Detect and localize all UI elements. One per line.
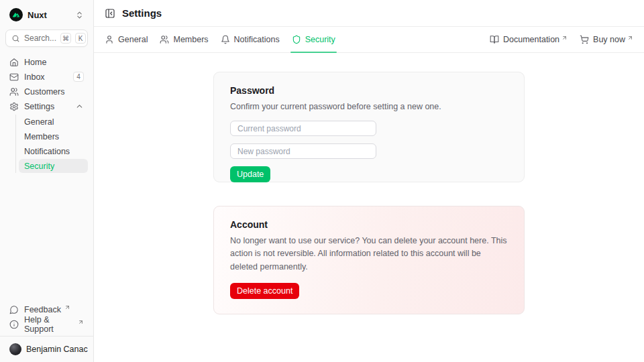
update-password-button[interactable]: Update <box>230 166 270 182</box>
message-bubble-icon <box>9 305 19 314</box>
shield-icon <box>292 35 301 44</box>
tab-security[interactable]: Security <box>292 27 335 52</box>
account-card: Account No longer want to use our servic… <box>213 206 525 314</box>
user-icon <box>105 35 114 44</box>
home-icon <box>9 58 19 67</box>
users-icon <box>9 87 19 97</box>
tab-notifications[interactable]: Notifications <box>221 27 280 52</box>
tabs-row: General Members Notifications Security <box>94 27 644 53</box>
main-panel: Settings General Members Notifications <box>94 0 644 362</box>
user-row: Benjamin Canac <box>0 336 93 362</box>
page-title: Settings <box>122 7 162 19</box>
workspace-switcher[interactable]: Nuxt <box>5 6 88 23</box>
sidebar-item-home[interactable]: Home <box>5 55 88 69</box>
page-header: Settings <box>94 0 644 27</box>
tab-general[interactable]: General <box>105 27 148 52</box>
workspace-name: Nuxt <box>28 10 70 20</box>
help-support-link[interactable]: Help & Support <box>5 317 88 331</box>
search-icon <box>11 34 20 43</box>
sidebar-item-notifications[interactable]: Notifications <box>19 144 88 158</box>
external-link-icon <box>561 35 568 41</box>
collapse-sidebar-icon[interactable] <box>105 8 115 19</box>
documentation-link[interactable]: Documentation <box>490 35 568 44</box>
sidebar-item-security[interactable]: Security <box>19 159 88 173</box>
password-card-title: Password <box>230 85 508 96</box>
user-name: Benjamin Canac <box>26 345 88 354</box>
sidebar: Nuxt Search... ⌘ K Home Inbox 4 <box>0 0 94 362</box>
content-area: Password Confirm your current password b… <box>94 53 644 362</box>
sidebar-item-general[interactable]: General <box>19 115 88 129</box>
password-card-description: Confirm your current password before set… <box>230 101 508 113</box>
delete-account-button[interactable]: Delete account <box>230 283 299 299</box>
kbd-meta: ⌘ <box>60 33 71 44</box>
tabs: General Members Notifications Security <box>105 27 335 52</box>
chevrons-up-down-icon <box>75 11 84 19</box>
new-password-field[interactable] <box>230 143 376 159</box>
account-card-description: No longer want to use our service? You c… <box>230 235 508 274</box>
avatar <box>9 343 21 355</box>
current-password-field[interactable] <box>230 121 376 136</box>
header-links: Documentation Buy now <box>490 35 633 44</box>
sidebar-item-inbox[interactable]: Inbox 4 <box>5 70 88 84</box>
inbox-count-badge: 4 <box>73 72 84 82</box>
inbox-icon <box>9 72 19 82</box>
users-icon <box>160 35 169 44</box>
sidebar-item-members[interactable]: Members <box>19 129 88 143</box>
account-card-title: Account <box>230 219 508 230</box>
external-link-icon <box>627 35 633 41</box>
shopping-cart-icon <box>580 35 589 44</box>
kbd-k: K <box>75 33 86 44</box>
tab-members[interactable]: Members <box>160 27 208 52</box>
sidebar-footer-nav: Feedback Help & Support <box>5 302 88 332</box>
external-link-icon <box>64 304 70 310</box>
external-link-icon <box>78 319 84 325</box>
search-input[interactable]: Search... ⌘ K <box>5 29 88 47</box>
chevron-up-icon <box>75 102 84 111</box>
buy-now-link[interactable]: Buy now <box>580 35 633 44</box>
password-card: Password Confirm your current password b… <box>213 72 525 182</box>
search-placeholder: Search... <box>24 34 56 43</box>
bell-icon <box>221 35 230 44</box>
book-open-icon <box>490 35 499 44</box>
sidebar-item-customers[interactable]: Customers <box>5 84 88 99</box>
sidebar-nav: Home Inbox 4 Customers Settings <box>5 55 88 302</box>
nuxt-logo-icon <box>9 8 23 21</box>
sidebar-item-settings[interactable]: Settings <box>5 99 88 113</box>
info-circle-icon <box>9 320 19 329</box>
user-menu-button[interactable]: Benjamin Canac <box>5 341 105 357</box>
gear-icon <box>9 102 19 111</box>
settings-subnav: General Members Notifications Security <box>15 115 88 173</box>
